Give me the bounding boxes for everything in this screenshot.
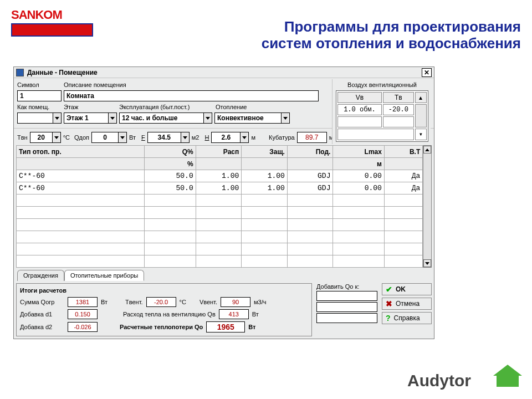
vent-scroll-down[interactable]: ▾ — [415, 129, 427, 140]
table-cell[interactable] — [242, 231, 288, 243]
exploitation-combo[interactable]: 12 час. и больше — [119, 112, 212, 124]
table-cell[interactable]: 50.0 — [145, 170, 196, 182]
vent-c3[interactable] — [337, 129, 414, 140]
vent-scroll-track[interactable] — [415, 104, 427, 127]
ok-button[interactable]: ✔ OK — [382, 283, 432, 295]
vent-val-tv[interactable]: -20.0 — [383, 104, 414, 115]
table-cell[interactable]: 0.00 — [333, 182, 384, 195]
floor-combo[interactable]: Этаж 1 — [64, 112, 117, 124]
table-cell[interactable] — [384, 195, 422, 207]
chevron-down-icon[interactable] — [118, 132, 127, 143]
table-row[interactable] — [17, 243, 423, 255]
table-cell[interactable] — [384, 255, 422, 268]
table-cell[interactable] — [145, 195, 196, 207]
table-cell[interactable]: Да — [384, 170, 422, 182]
table-cell[interactable] — [145, 207, 196, 219]
table-cell[interactable]: C**-60 — [17, 170, 145, 182]
table-cell[interactable] — [17, 231, 145, 243]
table-cell[interactable] — [17, 243, 145, 255]
table-cell[interactable]: C**-60 — [17, 182, 145, 195]
table-cell[interactable] — [384, 243, 422, 255]
scroll-up-icon[interactable] — [423, 146, 431, 154]
close-button[interactable]: ✕ — [422, 68, 432, 77]
vent-c2[interactable] — [383, 116, 414, 127]
table-cell[interactable]: GDJ — [287, 182, 333, 195]
chevron-down-icon[interactable] — [52, 132, 61, 143]
cancel-button[interactable]: ✖ Отмена — [382, 298, 432, 310]
table-row[interactable] — [17, 195, 423, 207]
table-cell[interactable] — [333, 219, 384, 231]
table-cell[interactable] — [384, 231, 422, 243]
table-cell[interactable] — [287, 219, 333, 231]
table-cell[interactable] — [196, 255, 242, 268]
table-cell[interactable] — [287, 231, 333, 243]
table-cell[interactable] — [145, 243, 196, 255]
chevron-down-icon[interactable] — [281, 112, 290, 124]
scroll-track[interactable] — [423, 154, 431, 259]
table-cell[interactable] — [17, 255, 145, 268]
chevron-down-icon[interactable] — [203, 112, 212, 124]
table-cell[interactable] — [196, 195, 242, 207]
table-cell[interactable] — [384, 207, 422, 219]
table-cell[interactable] — [287, 195, 333, 207]
table-cell[interactable] — [242, 243, 288, 255]
table-cell[interactable] — [145, 231, 196, 243]
tvn-combo[interactable]: 20 — [30, 132, 61, 143]
table-cell[interactable]: 1.00 — [196, 170, 242, 182]
table-cell[interactable] — [333, 231, 384, 243]
table-cell[interactable] — [333, 255, 384, 268]
chevron-down-icon[interactable] — [240, 132, 249, 143]
table-cell[interactable] — [333, 195, 384, 207]
table-row[interactable]: C**-6050.01.001.00GDJ0.00Да — [17, 170, 423, 182]
table-cell[interactable] — [242, 255, 288, 268]
addqo-field2[interactable] — [316, 302, 377, 312]
qdop-combo[interactable]: 0 — [91, 132, 127, 143]
table-cell[interactable] — [196, 207, 242, 219]
table-cell[interactable] — [145, 219, 196, 231]
chevron-down-icon[interactable] — [53, 112, 62, 124]
table-row[interactable] — [17, 219, 423, 231]
table-cell[interactable]: 50.0 — [145, 182, 196, 195]
table-cell[interactable] — [196, 243, 242, 255]
table-cell[interactable] — [287, 255, 333, 268]
table-cell[interactable]: 1.00 — [242, 182, 288, 195]
symbol-field[interactable]: 1 — [17, 90, 62, 101]
table-cell[interactable] — [196, 219, 242, 231]
table-cell[interactable] — [333, 243, 384, 255]
vent-c1[interactable] — [337, 116, 382, 127]
grid-scrollbar[interactable] — [423, 145, 432, 268]
table-cell[interactable] — [287, 207, 333, 219]
tab-walls[interactable]: Ограждения — [17, 270, 64, 281]
help-button[interactable]: ? Справка — [382, 312, 432, 324]
heaters-grid[interactable]: Тип отоп. пр. Q% Расп Защ. Под. Lmax В.Т… — [16, 145, 423, 268]
table-row[interactable] — [17, 207, 423, 219]
tab-heaters[interactable]: Отопительные приборы — [64, 270, 144, 281]
table-cell[interactable] — [242, 207, 288, 219]
table-cell[interactable]: 0.00 — [333, 170, 384, 182]
addqo-field1[interactable] — [316, 291, 377, 301]
table-cell[interactable] — [384, 219, 422, 231]
chevron-down-icon[interactable] — [181, 132, 190, 143]
h-combo[interactable]: 2.6 — [211, 132, 249, 143]
scroll-down-icon[interactable] — [423, 259, 431, 267]
table-cell[interactable]: 1.00 — [196, 182, 242, 195]
table-cell[interactable]: 1.00 — [242, 170, 288, 182]
desc-field[interactable]: Комната — [64, 90, 319, 101]
table-cell[interactable] — [17, 195, 145, 207]
table-cell[interactable]: GDJ — [287, 170, 333, 182]
vent-val-vv[interactable]: 1.0 обм. — [337, 104, 382, 115]
table-cell[interactable] — [242, 219, 288, 231]
table-row[interactable] — [17, 231, 423, 243]
table-cell[interactable] — [17, 219, 145, 231]
table-row[interactable] — [17, 255, 423, 268]
table-row[interactable]: C**-6050.01.001.00GDJ0.00Да — [17, 182, 423, 195]
as-room-combo[interactable] — [17, 112, 62, 124]
table-cell[interactable] — [145, 255, 196, 268]
addqo-field3[interactable] — [316, 313, 377, 323]
table-cell[interactable] — [242, 195, 288, 207]
table-cell[interactable] — [333, 207, 384, 219]
vent-scroll-up[interactable]: ▴ — [415, 92, 427, 103]
f-combo[interactable]: 34.5 — [147, 132, 190, 143]
chevron-down-icon[interactable] — [108, 112, 117, 124]
table-cell[interactable]: Да — [384, 182, 422, 195]
